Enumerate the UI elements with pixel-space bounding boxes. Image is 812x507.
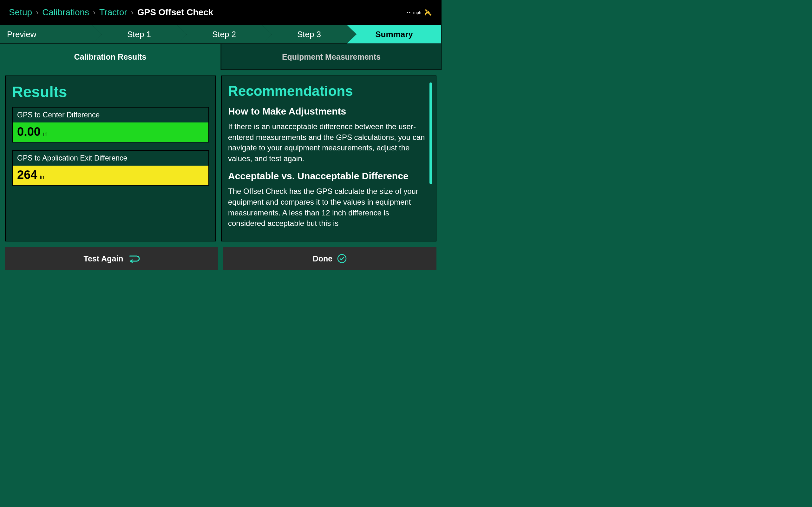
result-unit: in — [40, 174, 44, 180]
results-title: Results — [12, 83, 209, 101]
result-value-bar: 264 in — [13, 166, 208, 185]
recommendations-title: Recommendations — [228, 83, 425, 99]
result-item-gps-center: GPS to Center Difference 0.00 in — [12, 107, 209, 143]
svg-rect-1 — [425, 9, 428, 12]
steps-row: Preview Step 1 Step 2 Step 3 Summary — [0, 25, 442, 44]
status-area: -- mph — [407, 8, 433, 17]
content-area: Results GPS to Center Difference 0.00 in… — [0, 70, 442, 241]
subtabs-row: Calibration Results Equipment Measuremen… — [0, 44, 442, 70]
recommendations-heading: How to Make Adjustments — [228, 106, 425, 117]
speed-unit: mph — [413, 10, 421, 15]
button-label: Test Again — [83, 254, 123, 263]
result-value-bar: 0.00 in — [13, 122, 208, 142]
result-value: 0.00 — [17, 125, 41, 138]
step-label: Step 1 — [127, 30, 151, 39]
result-label: GPS to Application Exit Difference — [13, 151, 208, 166]
recommendations-body: The Offset Check has the GPS calculate t… — [228, 186, 425, 228]
scrollbar[interactable] — [430, 82, 432, 190]
breadcrumb-tractor[interactable]: Tractor — [99, 7, 127, 17]
step-tab-1[interactable]: Step 1 — [92, 25, 187, 44]
result-label: GPS to Center Difference — [13, 108, 208, 122]
breadcrumb-calibrations[interactable]: Calibrations — [42, 7, 89, 17]
speed-value: -- — [407, 9, 411, 15]
recommendations-body: If there is an unacceptable difference b… — [228, 121, 425, 164]
button-label: Done — [313, 254, 333, 263]
top-bar: Setup › Calibrations › Tractor › GPS Off… — [0, 0, 442, 25]
subtab-calibration-results[interactable]: Calibration Results — [0, 44, 221, 70]
breadcrumb-current: GPS Offset Check — [137, 7, 213, 17]
chevron-right-icon: › — [131, 8, 133, 17]
step-tab-3[interactable]: Step 3 — [262, 25, 357, 44]
recommendations-panel: Recommendations How to Make Adjustments … — [221, 75, 436, 241]
done-button[interactable]: Done — [223, 247, 436, 270]
step-tab-summary[interactable]: Summary — [347, 25, 442, 44]
step-label: Step 2 — [212, 30, 236, 39]
subtab-label: Calibration Results — [74, 52, 146, 62]
chevron-right-icon: › — [93, 8, 96, 17]
result-item-gps-app-exit: GPS to Application Exit Difference 264 i… — [12, 150, 209, 186]
step-label: Step 3 — [297, 30, 321, 39]
result-unit: in — [43, 131, 48, 137]
retry-icon — [128, 254, 140, 263]
recommendations-heading: Acceptable vs. Unacceptable Difference — [228, 171, 425, 181]
test-again-button[interactable]: Test Again — [5, 247, 218, 270]
chevron-right-icon: › — [36, 8, 39, 17]
step-tab-preview[interactable]: Preview — [0, 25, 102, 44]
step-label: Preview — [7, 30, 36, 39]
results-panel: Results GPS to Center Difference 0.00 in… — [5, 75, 216, 241]
check-circle-icon — [337, 253, 347, 264]
breadcrumb: Setup › Calibrations › Tractor › GPS Off… — [9, 7, 213, 17]
breadcrumb-setup[interactable]: Setup — [9, 7, 32, 17]
step-label: Summary — [375, 30, 413, 39]
svg-rect-2 — [429, 13, 432, 16]
subtab-equipment-measurements[interactable]: Equipment Measurements — [221, 44, 442, 70]
bottom-bar: Test Again Done — [5, 247, 436, 270]
svg-point-3 — [338, 255, 346, 263]
satellite-icon — [424, 8, 433, 17]
result-value: 264 — [17, 168, 37, 182]
scrollbar-thumb[interactable] — [430, 82, 432, 184]
subtab-label: Equipment Measurements — [282, 52, 381, 62]
step-tab-2[interactable]: Step 2 — [177, 25, 271, 44]
